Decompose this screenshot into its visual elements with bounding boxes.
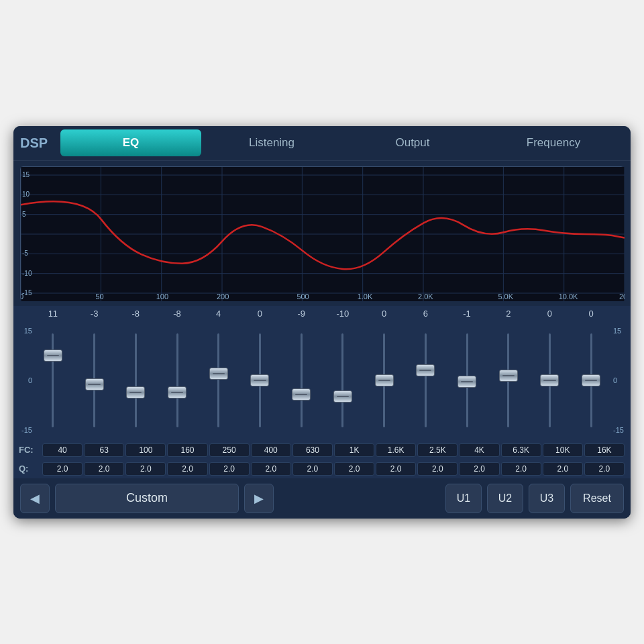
- fader-10[interactable]: [466, 333, 468, 427]
- fader-thumb-8[interactable]: [375, 374, 394, 386]
- u3-button[interactable]: U3: [529, 484, 565, 513]
- fc-3[interactable]: 160: [167, 443, 207, 457]
- tab-eq[interactable]: EQ: [60, 129, 201, 156]
- fc-11[interactable]: 6.3K: [501, 443, 541, 457]
- tab-output[interactable]: Output: [342, 129, 483, 156]
- tab-listening[interactable]: Listening: [201, 129, 342, 156]
- fader-val-0: 11: [32, 309, 74, 319]
- fader-val-11: 2: [488, 309, 529, 319]
- q-1[interactable]: 2.0: [84, 462, 124, 476]
- fc-5[interactable]: 400: [251, 443, 291, 457]
- fc-12[interactable]: 10K: [543, 443, 583, 457]
- fc-4[interactable]: 250: [209, 443, 250, 457]
- q-11[interactable]: 2.0: [501, 462, 541, 476]
- fader-track-6: [280, 320, 322, 441]
- reset-button[interactable]: Reset: [570, 484, 624, 513]
- fader-5[interactable]: [259, 333, 261, 427]
- fc-label: FC:: [19, 445, 42, 455]
- fader-9[interactable]: [425, 333, 427, 427]
- fc-2[interactable]: 100: [125, 443, 166, 457]
- dsp-label: DSP: [20, 136, 60, 151]
- q-0[interactable]: 2.0: [42, 462, 83, 476]
- fader-thumb-13[interactable]: [582, 374, 600, 386]
- fc-1[interactable]: 63: [84, 443, 124, 457]
- q-4[interactable]: 2.0: [209, 462, 250, 476]
- fc-6[interactable]: 630: [292, 443, 333, 457]
- fader-thumb-1[interactable]: [85, 378, 104, 390]
- fader-0[interactable]: [52, 333, 54, 427]
- q-7[interactable]: 2.0: [334, 462, 374, 476]
- fader-thumb-3[interactable]: [168, 386, 186, 398]
- fader-track-0: [32, 320, 74, 441]
- fc-8[interactable]: 1.6K: [376, 443, 416, 457]
- preset-name: Custom: [55, 484, 239, 513]
- fc-9[interactable]: 2.5K: [417, 443, 458, 457]
- fader-thumb-7[interactable]: [333, 390, 352, 402]
- header: DSP EQ Listening Output Frequency: [13, 126, 631, 161]
- fader-thumb-6[interactable]: [292, 388, 311, 400]
- fader-thumb-11[interactable]: [499, 370, 518, 382]
- fader-thumb-9[interactable]: [416, 364, 435, 376]
- fader-4[interactable]: [217, 333, 219, 427]
- faders-inner: [32, 320, 612, 441]
- fader-track-1: [74, 320, 115, 441]
- fader-1[interactable]: [93, 333, 95, 427]
- fader-13[interactable]: [590, 333, 592, 427]
- fader-thumb-5[interactable]: [250, 374, 269, 386]
- fc-7[interactable]: 1K: [334, 443, 374, 457]
- fader-track-2: [115, 320, 156, 441]
- fader-track-10: [446, 320, 488, 441]
- q-13[interactable]: 2.0: [584, 462, 625, 476]
- fader-12[interactable]: [549, 333, 551, 427]
- fader-val-6: -9: [280, 309, 322, 319]
- tabs: EQ Listening Output Frequency: [60, 129, 624, 156]
- q-8[interactable]: 2.0: [376, 462, 416, 476]
- q-label: Q:: [19, 464, 42, 474]
- q-9[interactable]: 2.0: [417, 462, 458, 476]
- fader-8[interactable]: [383, 333, 385, 427]
- q-6[interactable]: 2.0: [292, 462, 333, 476]
- fader-track-5: [239, 320, 281, 441]
- fc-row: FC: 40 63 100 160 250 400 630 1K 1.6K 2.…: [19, 441, 625, 460]
- fc-13[interactable]: 16K: [584, 443, 625, 457]
- fader-val-7: -10: [322, 309, 364, 319]
- fader-thumb-10[interactable]: [458, 376, 476, 388]
- fader-thumb-12[interactable]: [540, 374, 559, 386]
- q-12[interactable]: 2.0: [543, 462, 583, 476]
- q-10[interactable]: 2.0: [459, 462, 499, 476]
- q-row: Q: 2.0 2.0 2.0 2.0 2.0 2.0 2.0 2.0 2.0 2…: [19, 460, 625, 478]
- fader-thumb-4[interactable]: [209, 368, 228, 380]
- scale-right: 15 0 -15: [612, 320, 625, 441]
- fader-track-7: [322, 320, 364, 441]
- prev-button[interactable]: ◀: [20, 484, 50, 513]
- fader-6[interactable]: [301, 333, 303, 427]
- fader-thumb-2[interactable]: [126, 386, 145, 398]
- fader-2[interactable]: [135, 333, 137, 427]
- fader-val-10: -1: [446, 309, 488, 319]
- app-container: DSP EQ Listening Output Frequency 11 -3 …: [13, 126, 631, 519]
- fader-3[interactable]: [176, 333, 178, 427]
- fader-val-2: -8: [115, 309, 156, 319]
- q-2[interactable]: 2.0: [125, 462, 166, 476]
- fc-10[interactable]: 4K: [459, 443, 499, 457]
- fader-val-1: -3: [74, 309, 115, 319]
- fader-val-8: 0: [364, 309, 405, 319]
- fader-track-4: [198, 320, 239, 441]
- fader-thumb-0[interactable]: [44, 350, 62, 362]
- next-button[interactable]: ▶: [244, 484, 274, 513]
- fader-track-8: [364, 320, 405, 441]
- q-5[interactable]: 2.0: [251, 462, 291, 476]
- bottom-controls: ◀ Custom ▶ U1 U2 U3 Reset: [13, 478, 631, 519]
- fc-0[interactable]: 40: [42, 443, 83, 457]
- faders-section: 11 -3 -8 -8 4 0 -9 -10 0 6 -1 2 0 0 15 0…: [13, 306, 631, 478]
- fader-val-13: 0: [570, 309, 612, 319]
- tab-frequency[interactable]: Frequency: [483, 129, 624, 156]
- scale-left: 15 0 -15: [19, 320, 32, 441]
- fader-7[interactable]: [341, 333, 343, 427]
- q-3[interactable]: 2.0: [167, 462, 207, 476]
- fader-track-12: [529, 320, 571, 441]
- u1-button[interactable]: U1: [445, 484, 482, 513]
- fader-11[interactable]: [507, 333, 509, 427]
- u2-button[interactable]: U2: [487, 484, 523, 513]
- fader-val-3: -8: [156, 309, 198, 319]
